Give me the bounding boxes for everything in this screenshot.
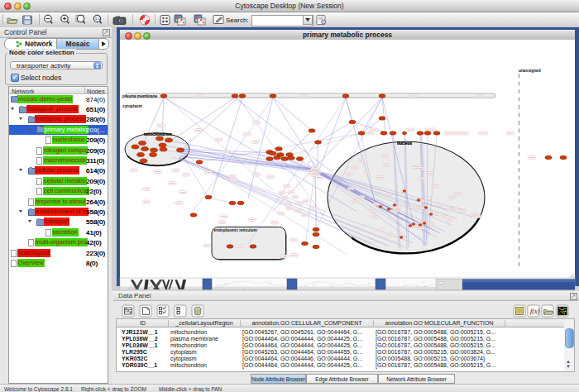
svg-text:cytoplasm: cytoplasm [122, 104, 142, 108]
svg-text:mitochondrion: mitochondrion [144, 132, 172, 136]
svg-text:nucleus: nucleus [397, 141, 412, 146]
svg-text:plasma membrane: plasma membrane [122, 94, 157, 98]
svg-text:1:1: 1:1 [95, 17, 101, 21]
svg-text:f(x): f(x) [530, 308, 539, 315]
svg-text:endoplasmic reticulum: endoplasmic reticulum [214, 228, 257, 232]
svg-text:unassigned: unassigned [519, 69, 541, 73]
